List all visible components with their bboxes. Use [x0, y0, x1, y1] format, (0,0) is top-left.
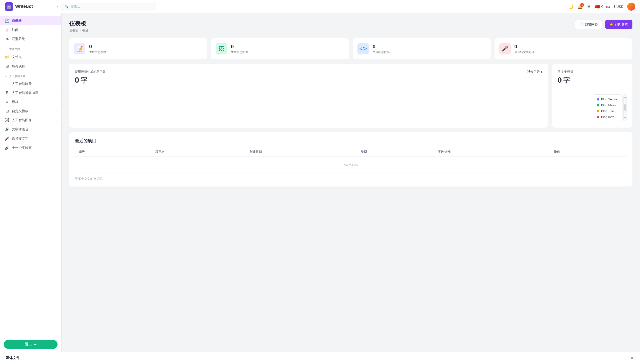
country-selector[interactable]: 🇨🇳 China: [594, 4, 610, 9]
chart-value: 0: [75, 76, 79, 84]
templates-icon: ≡: [5, 100, 10, 104]
folder-icon: 📁: [5, 55, 10, 59]
user-avatar[interactable]: [627, 2, 635, 11]
col-created-date: 创建日期: [246, 148, 357, 157]
breadcrumb: 仪表板 › 概述: [69, 28, 88, 33]
logout-button[interactable]: 退出 ↪: [4, 340, 58, 349]
body-layout: 🔄 仪表板 ⚡ 订阅 › % 联盟系统 › 管理文档 📁 文件夹: [0, 13, 640, 352]
legend-dot-3: [597, 116, 599, 118]
subscribe-button[interactable]: ⚡ 订阅套餐: [605, 20, 632, 29]
results-info: 显示中 0-0 的 0 结果: [75, 176, 627, 181]
sidebar-item-affiliate[interactable]: % 联盟系统 ›: [0, 34, 61, 44]
word-chart-panel: 使用模板生成的总字数 过去 7 天 ▾ 0 字: [69, 64, 548, 128]
panel-header-chart: 使用模板生成的总字数 过去 7 天 ▾: [75, 70, 542, 74]
currency-label: $ USD: [614, 5, 623, 8]
back-button[interactable]: ‹: [57, 4, 58, 9]
col-actions: 操作: [550, 148, 627, 157]
search-placeholder: 搜索...: [71, 4, 80, 9]
page-title-block: 仪表板 仪表板 › 概述: [69, 20, 88, 33]
logo: 🤖 WriteBot: [5, 2, 57, 11]
dark-mode-toggle[interactable]: 🌙: [568, 4, 574, 9]
sidebar-item-dashboard[interactable]: 🔄 仪表板: [0, 16, 61, 25]
sidebar-item-ai-blog[interactable]: B 人工智能博客向导 ›: [0, 88, 61, 98]
sidebar-item-stt[interactable]: 🎤 语音转文字: [0, 134, 61, 143]
stat-value-words: 0: [89, 44, 106, 50]
legend-dot-2: [597, 110, 599, 112]
stt-icon: 🎤: [5, 136, 10, 141]
scroll-up-icon[interactable]: ▲: [624, 96, 626, 98]
logout-icon: ↪: [34, 342, 37, 346]
stat-card-code: </> 0 生成的总代码: [353, 38, 491, 59]
affiliate-icon: %: [5, 37, 10, 41]
legend-item-3: Blog Intro: [597, 115, 618, 119]
monitor-icon[interactable]: 🖥: [586, 4, 591, 9]
currency-selector[interactable]: $ USD: [614, 5, 623, 8]
stat-label-images: 生成的总图像: [231, 50, 248, 54]
subscribe-label: 订阅套餐: [615, 22, 628, 26]
create-content-button[interactable]: 📄 创建内容: [575, 20, 602, 29]
sidebar-item-ai-chat[interactable]: □ 人工智能聊天: [0, 80, 61, 88]
breadcrumb-current: 概述: [82, 28, 88, 33]
sidebar-item-ai-image[interactable]: 🖼 人工智能图像 ›: [0, 116, 61, 125]
legend-label-0: Blog Section: [601, 98, 618, 101]
sidebar-item-custom-templates[interactable]: ⊡ 自定义模板 ›: [0, 106, 61, 116]
scrollbar[interactable]: ▲ ▼: [623, 94, 627, 120]
chart-title: 使用模板生成的总字数: [75, 70, 106, 74]
table-header: 编号 项目名 创建日期 类型 字数/大小 操作: [75, 148, 627, 157]
section-label-ai: 人工智能工具: [0, 71, 61, 80]
sidebar-item-lab[interactable]: 🔊 十一个实验室: [0, 143, 61, 152]
chevron-right-icon-5: ›: [56, 118, 57, 122]
stat-label-words: 生成的总字数: [89, 50, 106, 54]
scroll-down-icon[interactable]: ▼: [624, 117, 626, 119]
chat-icon: □: [5, 82, 10, 86]
chart-area: [75, 89, 542, 117]
breadcrumb-home[interactable]: 仪表板: [69, 28, 78, 33]
stat-icon-words: 📝: [74, 43, 85, 54]
sidebar-item-subscription[interactable]: ⚡ 订阅 ›: [0, 25, 61, 34]
stat-label-stt: 语音转文字总计: [514, 50, 534, 54]
legend-dot-0: [597, 98, 599, 100]
table-header-row: 编号 项目名 创建日期 类型 字数/大小 操作: [75, 148, 627, 157]
stat-card-words: 📝 0 生成的总字数: [69, 38, 207, 59]
notification-bell[interactable]: 🔔 0: [577, 4, 583, 9]
image-icon: 🖼: [5, 118, 10, 122]
col-number: 编号: [75, 148, 152, 157]
chevron-right-icon-3: ›: [56, 91, 57, 95]
page-title: 仪表板: [69, 20, 88, 28]
notification-badge: 0: [580, 3, 584, 7]
lab-icon: 🔊: [5, 146, 10, 150]
stat-icon-code: </>: [358, 43, 369, 54]
blog-icon: B: [5, 91, 10, 95]
navbar: 🤖 WriteBot ‹ 🔍 搜索... 🌙 🔔 0 🖥 🇨🇳 China $ …: [0, 0, 640, 13]
stat-card-images: 🖼 0 生成的总图像: [211, 38, 349, 59]
logo-icon: 🤖: [5, 2, 13, 11]
templates-unit: 字: [563, 76, 570, 85]
legend-label-1: Blog Ideas: [601, 104, 615, 107]
sidebar-item-tts[interactable]: 🔊 文字转语音: [0, 125, 61, 134]
recent-projects-title: 最近的项目: [75, 138, 627, 144]
stat-value-stt: 0: [514, 44, 534, 50]
media-bar-title: 媒体文件: [6, 356, 20, 360]
scroll-thumb: [624, 104, 626, 111]
logout-label: 退出: [25, 342, 32, 346]
country-label: China: [601, 5, 610, 8]
chart-dropdown-label: 过去 7 天: [527, 70, 540, 74]
sidebar-item-templates[interactable]: ≡ 模板: [0, 98, 61, 106]
legend-item-1: Blog Ideas: [597, 104, 618, 107]
stats-grid: 📝 0 生成的总字数 🖼 0 生成的总图像 </> 0 生成的总代码: [69, 38, 632, 59]
stat-info-words: 0 生成的总字数: [89, 44, 106, 54]
col-word-count: 字数/大小: [434, 148, 550, 157]
create-label: 创建内容: [584, 22, 598, 26]
chart-dropdown[interactable]: 过去 7 天 ▾: [527, 70, 542, 74]
navbar-actions: 🌙 🔔 0 🖥 🇨🇳 China $ USD: [568, 2, 635, 11]
stat-icon-images: 🖼: [216, 43, 227, 54]
sidebar-nav: 🔄 仪表板 ⚡ 订阅 › % 联盟系统 › 管理文档 📁 文件夹: [0, 13, 61, 337]
legend-item-2: Blog Title: [597, 109, 618, 113]
search-bar[interactable]: 🔍 搜索...: [61, 3, 156, 10]
legend-item-0: Blog Section: [597, 98, 618, 101]
subscribe-icon: ⚡: [609, 22, 613, 26]
recent-projects-table: 编号 项目名 创建日期 类型 字数/大小 操作 No results: [75, 148, 627, 174]
media-close-button[interactable]: ✕: [630, 355, 634, 361]
sidebar-item-all-projects[interactable]: ⊞ 所有项目: [0, 62, 61, 71]
sidebar-item-folders[interactable]: 📁 文件夹: [0, 52, 61, 62]
